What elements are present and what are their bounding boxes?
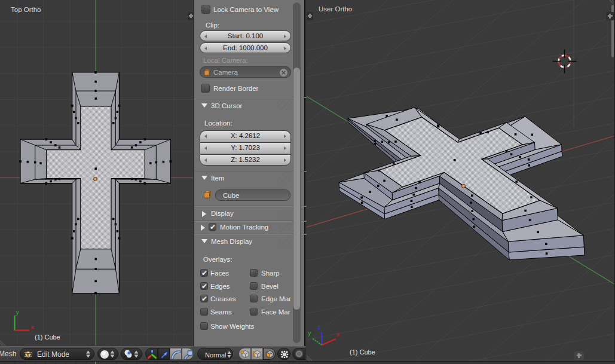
svg-text:z: z (317, 323, 321, 331)
svg-text:y: y (308, 329, 311, 337)
svg-text:x: x (336, 331, 340, 338)
svg-text:x: x (31, 323, 35, 331)
svg-text:y: y (16, 308, 20, 316)
